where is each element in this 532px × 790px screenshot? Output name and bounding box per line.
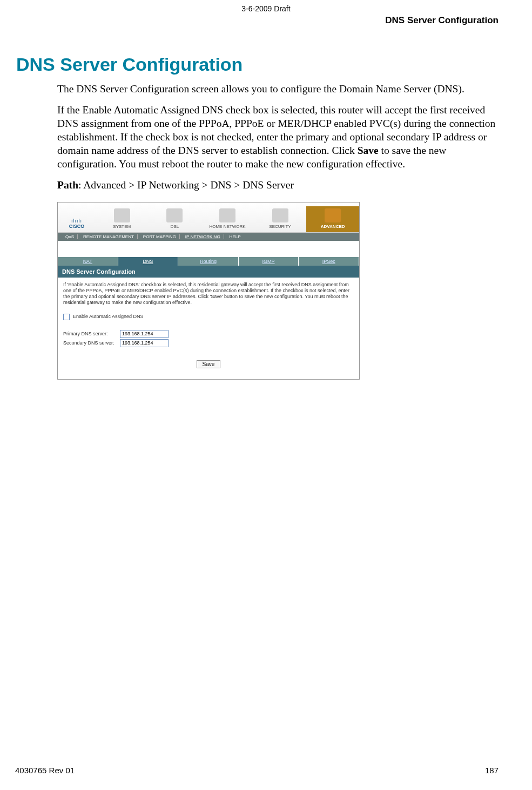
tabs-row: NAT DNS Routing IGMP IPSec <box>58 257 359 266</box>
auto-dns-label: Enable Automatic Assigned DNS <box>73 314 144 320</box>
nav-home-label: HOME NETWORK <box>209 224 245 229</box>
primary-dns-input[interactable] <box>120 330 169 338</box>
secondary-dns-input[interactable] <box>120 339 169 347</box>
path-value: : Advanced > IP Networking > DNS > DNS S… <box>78 179 294 191</box>
primary-dns-label: Primary DNS server: <box>63 331 120 337</box>
subnav-help[interactable]: HELP <box>226 234 244 239</box>
tab-routing[interactable]: Routing <box>178 257 239 266</box>
sub-nav: QoS REMOTE MANAGEMENT PORT MAPPING IP NE… <box>58 233 359 241</box>
save-button-wrap: Save <box>63 360 354 368</box>
tab-dns[interactable]: DNS <box>118 257 179 266</box>
nav-system-label: SYSTEM <box>113 224 131 229</box>
secondary-dns-label: Secondary DNS server: <box>63 340 120 346</box>
panel-description: If 'Enable Automatic Assigned DNS' check… <box>63 282 354 306</box>
path-line: Path: Advanced > IP Networking > DNS > D… <box>57 179 499 192</box>
nav-system[interactable]: SYSTEM <box>96 206 149 232</box>
footer-doc-id: 4030765 Rev 01 <box>15 766 75 775</box>
nav-security-label: SECURITY <box>269 224 291 229</box>
path-label: Path <box>57 179 78 191</box>
dsl-icon <box>166 208 183 222</box>
save-word: Save <box>358 145 379 156</box>
subnav-remote-mgmt[interactable]: REMOTE MANAGEMENT <box>80 234 138 239</box>
cisco-text: CISCO <box>58 224 96 229</box>
content-area: DNS Server Configuration The DNS Server … <box>16 54 499 380</box>
intro-paragraph: The DNS Server Configuration screen allo… <box>57 83 499 96</box>
tab-igmp[interactable]: IGMP <box>239 257 299 266</box>
embedded-screenshot: ılıılı CISCO SYSTEM DSL HOME NETWORK SEC… <box>57 202 360 380</box>
cisco-bars-icon: ılıılı <box>58 218 96 224</box>
subnav-port-mapping[interactable]: PORT MAPPING <box>140 234 180 239</box>
nav-dsl-label: DSL <box>171 224 179 229</box>
save-button[interactable]: Save <box>197 360 221 368</box>
nav-dsl[interactable]: DSL <box>149 206 201 232</box>
cisco-logo: ılıılı CISCO <box>58 218 96 232</box>
home-network-icon <box>219 208 235 222</box>
secondary-dns-row: Secondary DNS server: <box>63 339 354 347</box>
nav-advanced-label: ADVANCED <box>321 224 345 229</box>
subnav-qos[interactable]: QoS <box>62 234 78 239</box>
auto-dns-checkbox[interactable] <box>63 314 70 320</box>
checkbox-row: Enable Automatic Assigned DNS <box>63 314 354 320</box>
page-title: DNS Server Configuration <box>16 54 499 75</box>
nav-security[interactable]: SECURITY <box>254 206 307 232</box>
description-paragraph: If the Enable Automatic Assigned DNS che… <box>57 104 499 171</box>
panel-body: If 'Enable Automatic Assigned DNS' check… <box>58 278 359 379</box>
draft-header: 3-6-2009 Draft <box>0 4 532 13</box>
header-title-right: DNS Server Configuration <box>385 15 499 26</box>
tab-nat[interactable]: NAT <box>58 257 118 266</box>
security-icon <box>272 208 288 222</box>
footer-page-number: 187 <box>485 766 499 775</box>
top-nav: ılıılı CISCO SYSTEM DSL HOME NETWORK SEC… <box>58 202 359 233</box>
panel-heading: DNS Server Configuration <box>58 266 359 278</box>
primary-dns-row: Primary DNS server: <box>63 330 354 338</box>
subnav-ip-networking[interactable]: IP NETWORKING <box>182 234 224 239</box>
nav-advanced[interactable]: ADVANCED <box>306 206 359 232</box>
system-icon <box>114 208 130 222</box>
nav-home-network[interactable]: HOME NETWORK <box>201 206 254 232</box>
advanced-gear-icon <box>325 208 341 222</box>
tab-ipsec[interactable]: IPSec <box>299 257 359 266</box>
